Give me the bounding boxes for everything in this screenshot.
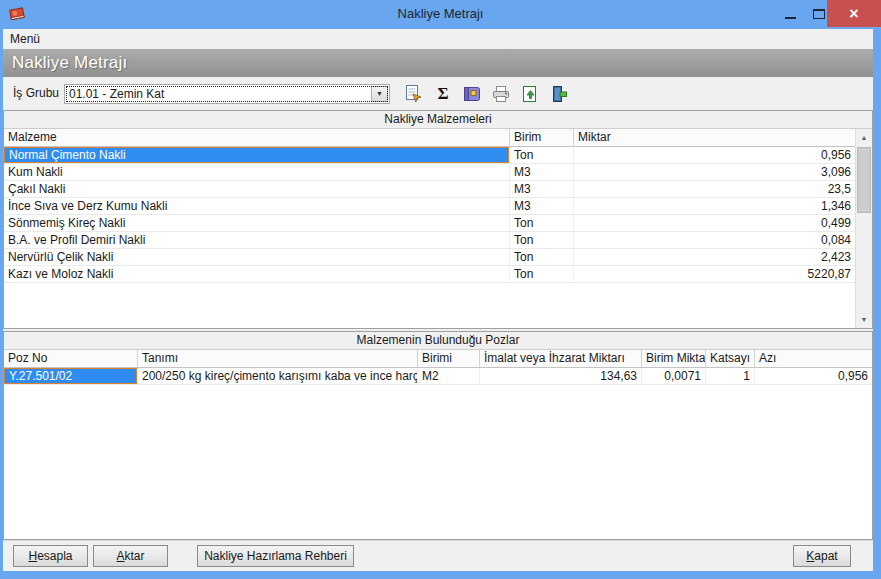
column-header-malzeme[interactable]: Malzeme [4, 129, 509, 146]
table-row[interactable]: Kum Nakli M3 3,096 [4, 164, 872, 181]
cell-pozno-selected[interactable]: Y.27.501/02 [4, 368, 137, 384]
notebook-icon[interactable] [460, 82, 484, 105]
materials-panel-title: Nakliye Malzemeleri [4, 111, 872, 129]
column-header-miktar[interactable]: Miktar [573, 129, 855, 146]
toolbar-icons: Σ [402, 82, 571, 105]
table-row[interactable]: İnce Sıva ve Derz Kumu Nakli M3 1,346 [4, 198, 872, 215]
cell-malzeme[interactable]: Nervürlü Çelik Nakli [4, 249, 509, 265]
cell-malzeme[interactable]: Kum Nakli [4, 164, 509, 180]
cell-miktar[interactable]: 23,5 [573, 181, 855, 197]
cell-miktar[interactable]: 0,084 [573, 232, 855, 248]
export-icon[interactable] [518, 82, 542, 105]
cell-miktar[interactable]: 3,096 [573, 164, 855, 180]
page-title: Nakliye Metrajı [3, 49, 873, 77]
table-row[interactable]: Y.27.501/02 200/250 kg kireç/çimento kar… [4, 368, 872, 385]
window-content: Menü Nakliye Metrajı İş Grubu 01.01 - Ze… [3, 29, 873, 571]
column-header-pozno[interactable]: Poz No [4, 350, 137, 367]
table-row[interactable]: Normal Çimento Nakli Ton 0,956 [4, 147, 872, 164]
materials-column-header: Malzeme Birim Miktar [4, 129, 872, 147]
cell-malzeme[interactable]: Kazı ve Moloz Nakli [4, 266, 509, 282]
cell-malzeme-selected[interactable]: Normal Çimento Nakli [4, 147, 509, 163]
toolbar: İş Grubu 01.01 - Zemin Kat ▼ Σ [3, 77, 873, 110]
scroll-up-icon[interactable]: ▲ [856, 129, 872, 146]
cell-tanimi[interactable]: 200/250 kg kireç/çimento karışımı kaba v… [137, 368, 417, 384]
cell-miktar[interactable]: 2,423 [573, 249, 855, 265]
table-row[interactable]: Çakıl Nakli M3 23,5 [4, 181, 872, 198]
cell-malzeme[interactable]: B.A. ve Profil Demiri Nakli [4, 232, 509, 248]
chevron-down-icon: ▼ [372, 87, 387, 101]
column-header-birim-miktar[interactable]: Birim Miktar [641, 350, 705, 367]
vertical-scrollbar[interactable]: ▲ ▼ [855, 129, 872, 328]
exit-icon[interactable] [547, 82, 571, 105]
hesapla-button[interactable]: Hesapla [13, 545, 88, 567]
materials-panel: Nakliye Malzemeleri Malzeme Birim Miktar… [3, 110, 873, 329]
positions-column-header: Poz No Tanımı Birimi İmalat veya İhzarat… [4, 350, 872, 368]
is-grubu-label: İş Grubu [13, 77, 59, 110]
column-header-imalat[interactable]: İmalat veya İhzarat Miktarı [479, 350, 641, 367]
aktar-button[interactable]: Aktar [93, 545, 168, 567]
close-icon: × [849, 0, 858, 27]
positions-panel-title: Malzemenin Bulunduğu Pozlar [4, 332, 872, 350]
cell-birimi[interactable]: M2 [417, 368, 479, 384]
cell-imalat[interactable]: 134,63 [479, 368, 641, 384]
footer-bar: Hesapla Aktar Nakliye Hazırlama Rehberi … [3, 540, 873, 571]
menu-item-menu[interactable]: Menü [3, 29, 47, 49]
cell-birim[interactable]: Ton [509, 266, 573, 282]
sum-icon[interactable]: Σ [431, 82, 455, 105]
column-header-birimi[interactable]: Birimi [417, 350, 479, 367]
titlebar[interactable]: Nakliye Metrajı × [0, 0, 881, 29]
is-grubu-combobox[interactable]: 01.01 - Zemin Kat ▼ [64, 84, 390, 104]
is-grubu-value: 01.01 - Zemin Kat [65, 85, 370, 103]
column-header-katsayi[interactable]: Katsayı [705, 350, 754, 367]
scroll-down-icon[interactable]: ▼ [856, 311, 872, 328]
cell-birim[interactable]: M3 [509, 164, 573, 180]
cell-azi[interactable]: 0,956 [754, 368, 872, 384]
cell-malzeme[interactable]: İnce Sıva ve Derz Kumu Nakli [4, 198, 509, 214]
window-title: Nakliye Metrajı [0, 0, 881, 29]
nakliye-hazirlama-rehberi-button[interactable]: Nakliye Hazırlama Rehberi [197, 545, 354, 567]
cell-birim[interactable]: M3 [509, 198, 573, 214]
select-note-icon[interactable] [402, 82, 426, 105]
cell-miktar[interactable]: 0,956 [573, 147, 855, 163]
cell-miktar[interactable]: 1,346 [573, 198, 855, 214]
cell-birim-miktar[interactable]: 0,0071 [641, 368, 705, 384]
combo-dropdown-button[interactable]: ▼ [371, 86, 388, 102]
app-window: Nakliye Metrajı × Menü Nakliye Metrajı İ… [0, 0, 881, 579]
menubar: Menü [3, 29, 873, 49]
cell-birim[interactable]: Ton [509, 232, 573, 248]
cell-birim[interactable]: Ton [509, 147, 573, 163]
cell-birim[interactable]: Ton [509, 249, 573, 265]
cell-birim[interactable]: Ton [509, 215, 573, 231]
cell-malzeme[interactable]: Çakıl Nakli [4, 181, 509, 197]
close-button[interactable]: × [827, 0, 881, 27]
positions-panel: Malzemenin Bulunduğu Pozlar Poz No Tanım… [3, 331, 873, 540]
minimize-icon [785, 17, 796, 19]
maximize-icon [813, 9, 825, 19]
kapat-button[interactable]: Kapat [793, 545, 851, 567]
cell-katsayi[interactable]: 1 [705, 368, 754, 384]
column-header-tanimi[interactable]: Tanımı [137, 350, 417, 367]
table-row[interactable]: Sönmemiş Kireç Nakli Ton 0,499 [4, 215, 872, 232]
column-header-azi[interactable]: Azı [754, 350, 872, 367]
table-row[interactable]: B.A. ve Profil Demiri Nakli Ton 0,084 [4, 232, 872, 249]
print-icon[interactable] [489, 82, 513, 105]
cell-miktar[interactable]: 5220,87 [573, 266, 855, 282]
cell-malzeme[interactable]: Sönmemiş Kireç Nakli [4, 215, 509, 231]
column-header-birim[interactable]: Birim [509, 129, 573, 146]
minimize-button[interactable] [775, 0, 805, 27]
table-row[interactable]: Nervürlü Çelik Nakli Ton 2,423 [4, 249, 872, 266]
table-row[interactable]: Kazı ve Moloz Nakli Ton 5220,87 [4, 266, 872, 283]
cell-miktar[interactable]: 0,499 [573, 215, 855, 231]
cell-birim[interactable]: M3 [509, 181, 573, 197]
scrollbar-thumb[interactable] [857, 147, 871, 213]
